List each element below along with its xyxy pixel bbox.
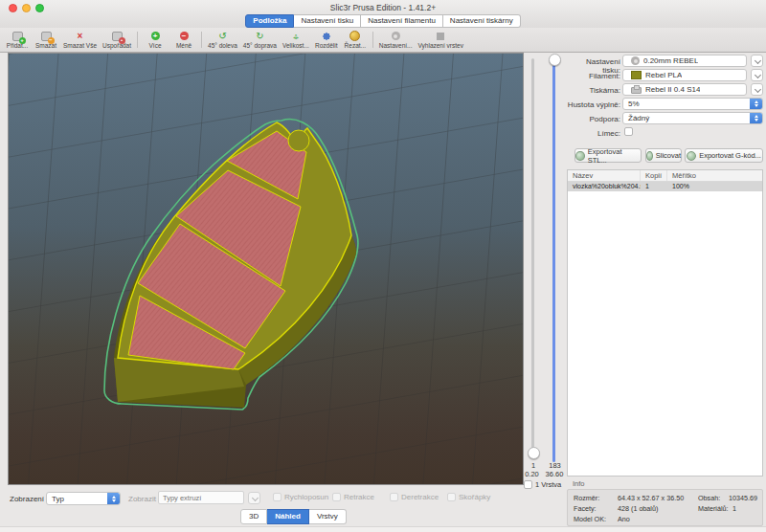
layer-smoothing-icon [437,31,444,41]
layer-smoothing-button[interactable]: Vyhlazení vrstev [417,31,462,49]
shells-checkbox[interactable] [447,493,456,501]
layer-slider-lower-track[interactable] [531,58,534,451]
cut-button[interactable]: Řezat... [344,31,367,49]
shells-checkbox-row: Skořápky [447,493,490,501]
rotate-right-button[interactable]: ↻ 45° doprava [243,31,277,49]
infill-label: Hustota výplně: [567,100,620,109]
retractions-checkbox-row: Retrakce [332,493,374,501]
facets-value: 428 (1 obalů) [618,504,658,513]
column-copies: Kopií [641,170,667,181]
export-stl-icon [575,151,585,161]
print-settings-icon [631,56,640,65]
delete-all-button[interactable]: × Smazat Vše [63,31,97,49]
print-settings-combo[interactable]: 0.20mm REBEL [622,55,747,67]
height-max-value: 36.60 [541,470,568,478]
tab-filament-settings[interactable]: Nastavení filamentu [361,14,443,28]
retractions-checkbox[interactable] [332,493,341,501]
rotate-left-button[interactable]: ↺ 45° doleva [208,31,237,49]
arrange-button[interactable]: • Uspořádat [102,31,131,49]
fewer-copies-icon: − [180,31,189,41]
toolbar-separator [372,32,373,48]
print-settings-dropdown-button[interactable] [751,55,763,67]
info-panel: Rozměr: 64.43 x 52.67 x 36.50 Obsah: 103… [567,489,763,526]
add-object-button[interactable]: + Přidat... [6,31,29,49]
extrusion-types-dropdown-button[interactable] [248,492,260,504]
materials-label: Materiálů: [698,504,729,513]
rotate-right-icon: ↻ [256,31,263,41]
show-label: Zobrazit [128,495,156,503]
model-corner-notch [288,130,309,151]
filament-combo[interactable]: Rebel PLA [622,69,747,81]
slice-icon [646,151,653,161]
printer-combo[interactable]: Rebel II 0.4 S14 [622,83,747,96]
split-button[interactable]: Rozdělit [315,31,338,49]
layer-min-value: 1 [523,461,544,470]
support-select[interactable]: Žádný [622,112,763,124]
more-copies-button[interactable]: + Více [144,31,167,49]
mode-3d-button[interactable]: 3D [240,509,267,524]
column-scale: Měřítko [667,170,762,181]
infill-select[interactable]: 5% [622,98,763,110]
bottom-bar: Zobrazení Typ Zobrazit Rychloposun Retra… [0,483,567,526]
printer-label: Tiskárna: [567,86,620,95]
object-table-header: Název Kopií Měřítko [568,170,762,182]
view-mode-switcher: 3D Náhled Vrstvy [240,509,347,524]
settings-button[interactable]: Nastavení... [379,31,413,49]
size-value: 64.43 x 52.67 x 36.50 [618,494,684,502]
unretractions-checkbox-row: Deretrakce [390,493,439,501]
unretractions-checkbox[interactable] [390,493,398,501]
layer-slider-panel: 1 183 0.20 36.60 1 Vrstva [523,53,567,483]
brim-checkbox[interactable] [624,127,633,136]
support-stepper [750,112,762,124]
object-list-table[interactable]: Název Kopií Měřítko vlozka%20obluk%204.s… [567,169,763,477]
printer-icon [631,87,642,94]
title-bar: Slic3r Prusa Edition - 1.41.2+ Podložka … [0,0,766,28]
split-icon [323,31,330,41]
model-ok-value: Ano [618,515,630,523]
preview-3d-viewport[interactable] [8,53,524,485]
main-tab-bar: Podložka Nastavení tisku Nastavení filam… [0,14,766,28]
fewer-copies-button[interactable]: − Méně [172,31,195,49]
object-scale-cell: 100% [667,182,762,191]
travel-checkbox[interactable] [273,493,282,501]
tab-print-settings[interactable]: Nastavení tisku [294,14,361,28]
mode-preview-button[interactable]: Náhled [267,509,309,524]
layer-slider-upper-track[interactable] [552,56,555,462]
view-type-select[interactable]: Typ [46,492,121,505]
settings-gear-icon [392,31,400,41]
delete-all-icon: × [78,31,83,41]
tab-plater[interactable]: Podložka [245,14,294,28]
materials-value: 1 [732,504,736,513]
size-label: Rozměr: [574,494,599,502]
travel-label: Rychloposun [284,493,328,501]
object-copies-cell: 1 [641,182,667,191]
add-object-icon: + [12,31,23,41]
support-label: Podpora: [567,115,620,123]
volume-label: Obsah: [698,494,720,502]
extrusion-types-input[interactable] [158,491,244,504]
export-stl-button[interactable]: Exportovat STL... [574,148,642,163]
infill-stepper [750,98,762,110]
object-name-cell: vlozka%20obluk%204.stl [568,182,641,191]
toolbar: + Přidat... − Smazat × Smazat Vše • Uspo… [0,28,766,53]
tab-printer-settings[interactable]: Nastavení tiskárny [443,14,521,28]
cut-icon [349,31,360,41]
export-gcode-button[interactable]: Exportovat G-kód... [685,148,763,163]
toolbar-separator [137,32,138,48]
scale-button[interactable]: ↔↕ Velikost... [282,31,309,49]
filament-dropdown-button[interactable] [751,69,763,81]
export-gcode-icon [687,151,696,161]
layer-max-value: 183 [543,461,567,470]
slice-button[interactable]: Slicovat [645,148,682,163]
object-table-row[interactable]: vlozka%20obluk%204.stl 1 100% [568,182,762,191]
shells-label: Skořápky [459,493,490,501]
scale-icon: ↔↕ [290,31,301,41]
mode-layers-button[interactable]: Vrstvy [309,509,347,524]
printer-dropdown-button[interactable] [751,83,763,96]
layer-slider-upper-thumb[interactable] [549,54,561,66]
unretractions-label: Deretrakce [401,493,439,501]
retractions-label: Retrakce [344,493,374,501]
brim-label: Límec: [567,129,620,138]
layer-slider-lower-thumb[interactable] [528,447,540,459]
delete-object-button[interactable]: − Smazat [34,31,57,49]
